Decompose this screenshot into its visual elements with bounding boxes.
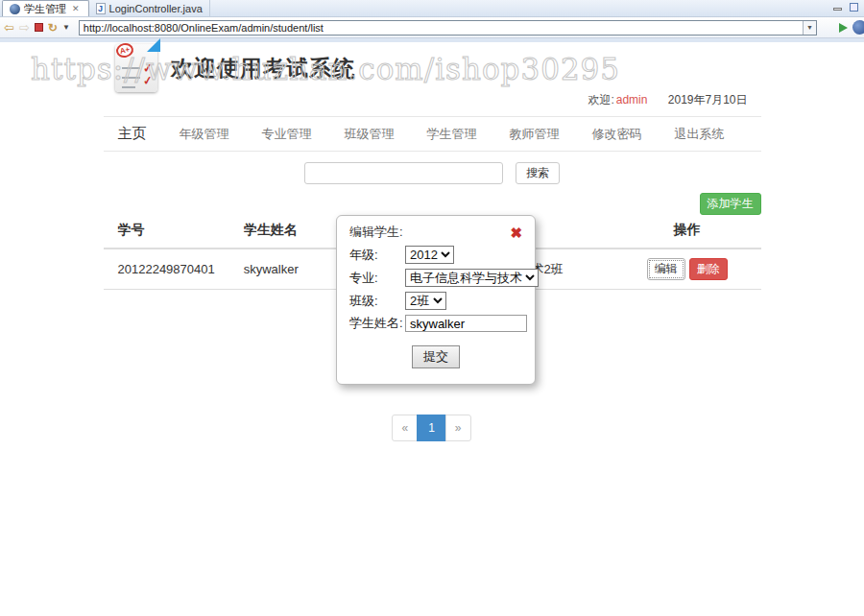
page: https://www.huzhan.com/ishop30295 A+ ✓ ✓… — [0, 42, 864, 616]
exam-logo-icon: A+ ✓ ✓ — [115, 44, 157, 92]
page-title: 欢迎使用考试系统 — [171, 54, 355, 83]
cell-student-id: 20122249870401 — [104, 249, 229, 290]
url-combo-arrow-icon[interactable]: ▼ — [803, 21, 816, 35]
java-file-icon: J — [96, 3, 106, 14]
student-name-input[interactable] — [405, 315, 527, 332]
modal-title: 编辑学生: — [349, 224, 403, 241]
main-nav: 主页 年级管理 专业管理 班级管理 学生管理 教师管理 修改密码 退出系统 — [104, 116, 761, 152]
major-select[interactable]: 电子信息科学与技术 — [405, 269, 539, 287]
student-name-label: 学生姓名: — [349, 315, 405, 332]
welcome-label: 欢迎: — [588, 93, 613, 107]
forward-icon[interactable]: ⇨ — [19, 21, 30, 34]
nav-item-student[interactable]: 学生管理 — [411, 126, 493, 143]
submit-button[interactable]: 提交 — [412, 345, 460, 368]
search-button[interactable]: 搜索 — [516, 162, 560, 184]
grade-label: 年级: — [349, 247, 405, 264]
pagination-prev[interactable]: « — [392, 415, 418, 441]
grade-select[interactable]: 2012 — [405, 246, 454, 264]
pagination-next[interactable]: » — [445, 415, 471, 441]
dropdown-caret-icon[interactable]: ▼ — [62, 23, 70, 32]
cell-actions: 编辑删除 — [613, 249, 761, 290]
col-actions: 操作 — [613, 217, 761, 249]
edit-student-modal: 编辑学生: ✖ 年级: 2012 专业: 电子信息科学与技术 班级: 2班 学生… — [336, 215, 536, 385]
go-icon[interactable] — [839, 23, 848, 33]
col-student-id: 学号 — [104, 217, 229, 249]
minimize-icon[interactable] — [833, 8, 842, 11]
cell-student-name: skywalker — [229, 249, 334, 290]
tab-label: 学生管理 — [24, 2, 66, 16]
nav-item-grade[interactable]: 年级管理 — [163, 126, 246, 143]
edit-button[interactable]: 编辑 — [647, 258, 685, 280]
search-input[interactable] — [304, 162, 503, 184]
class-select[interactable]: 2班 — [405, 292, 446, 310]
nav-item-password[interactable]: 修改密码 — [576, 126, 659, 143]
editor-tab-strip: 学生管理 ✕ J LoginController.java — [0, 0, 864, 17]
nav-item-class[interactable]: 班级管理 — [328, 126, 411, 143]
browser-toolbar: ⇦ ⇨ ↻ ▼ ▼ — [0, 17, 864, 38]
stop-icon[interactable] — [35, 23, 43, 32]
nav-item-teacher[interactable]: 教师管理 — [493, 126, 576, 143]
browser-icon[interactable] — [852, 20, 864, 35]
url-input[interactable] — [80, 21, 803, 35]
col-student-name: 学生姓名 — [229, 217, 334, 249]
username[interactable]: admin — [616, 93, 648, 107]
add-row: 添加学生 — [104, 193, 761, 215]
nav-item-home[interactable]: 主页 — [104, 125, 163, 143]
tab-logincontroller[interactable]: J LoginController.java — [89, 0, 210, 16]
url-bar: ▼ — [79, 20, 817, 36]
search-row: 搜索 — [104, 162, 761, 184]
class-label: 班级: — [349, 293, 405, 310]
close-icon[interactable]: ✖ — [510, 225, 522, 240]
tab-student-management[interactable]: 学生管理 ✕ — [2, 0, 89, 16]
brand: A+ ✓ ✓ 欢迎使用考试系统 — [115, 44, 355, 92]
major-label: 专业: — [349, 270, 405, 287]
globe-icon — [10, 4, 20, 14]
back-icon[interactable]: ⇦ — [4, 21, 14, 34]
pagination: «1» — [104, 415, 761, 441]
maximize-icon[interactable] — [850, 3, 858, 12]
nav-item-major[interactable]: 专业管理 — [246, 126, 328, 143]
current-date: 2019年7月10日 — [668, 93, 748, 107]
tab-close-icon[interactable]: ✕ — [70, 3, 82, 14]
pagination-page-1[interactable]: 1 — [417, 415, 446, 441]
tab-label: LoginController.java — [109, 3, 203, 14]
refresh-icon[interactable]: ↻ — [48, 21, 58, 35]
nav-item-logout[interactable]: 退出系统 — [659, 126, 741, 143]
add-student-button[interactable]: 添加学生 — [700, 193, 761, 215]
delete-button[interactable]: 删除 — [689, 258, 728, 280]
